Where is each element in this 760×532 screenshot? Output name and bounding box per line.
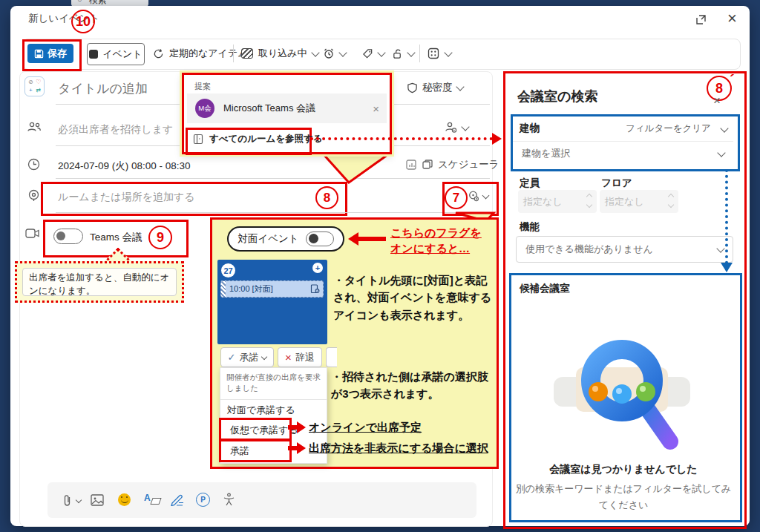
avatar: M会 — [195, 99, 214, 118]
clock-icon — [27, 158, 40, 171]
menu-item-accept-in-person[interactable]: 対面で承諾する — [220, 402, 333, 418]
location-settings-button[interactable] — [468, 190, 488, 203]
features-select[interactable]: 使用できる機能がありません — [516, 236, 733, 263]
flag-note-line1: こちらのフラグを — [390, 225, 482, 240]
chevron-down-icon — [407, 48, 415, 56]
chevron-up-icon[interactable] — [586, 194, 592, 200]
decline-button[interactable]: × 辞退 — [278, 347, 322, 367]
emoji-smile — [121, 496, 128, 503]
empty-subtitle: 別の検索キーワードまたはフィルターを試してみてください — [512, 481, 735, 513]
chevron-up-icon[interactable] — [668, 194, 674, 200]
dialog-close-icon[interactable]: × — [727, 9, 737, 28]
freebusy-icon[interactable] — [405, 159, 417, 171]
screen: ○ 検索 新しいイベント 10 × 保存 イベント 定期的なアイテム 取り込み中 — [0, 0, 760, 532]
arrow-label-hide: 出席方法を非表示にする場合に選択 — [309, 441, 488, 456]
building-label: 建物 — [520, 122, 540, 135]
calendar-event-label: 10:00 [対面] — [229, 283, 273, 295]
teams-meeting-label: Teams 会議 — [90, 231, 142, 244]
busy-status-button[interactable]: 取り込み中 — [241, 43, 318, 64]
editor-toolbar — [48, 482, 476, 518]
title-input[interactable]: タイトルの追加 — [58, 80, 148, 97]
chevron-down-icon — [482, 192, 490, 200]
dismiss-suggestion-icon[interactable]: × — [373, 102, 379, 115]
calendar-day-badge: 27 — [221, 263, 235, 278]
chevron-down-icon — [716, 244, 724, 252]
chevron-down-icon — [338, 48, 347, 56]
pop-out-icon[interactable] — [695, 13, 707, 26]
reminder-button[interactable] — [323, 43, 346, 64]
calendar-add-icon[interactable]: + — [312, 263, 323, 273]
letter-a: A — [144, 493, 151, 503]
in-person-callout: 対面イベント こちらのフラグを オンにすると… 27 + 10:00 [対面] … — [210, 217, 499, 469]
teams-meeting-toggle[interactable] — [53, 229, 83, 244]
note-invitee: ・招待された側は承諾の選択肢が3つ表示されます。 — [331, 368, 493, 403]
accept-label: 承諾 — [239, 351, 258, 364]
clear-filter-button[interactable]: フィルターをクリア — [626, 122, 727, 135]
prime-mark: ´ — [730, 72, 735, 89]
paperclip-icon — [62, 493, 72, 508]
chevron-down-icon — [456, 82, 464, 91]
optional-attendees-button[interactable] — [444, 121, 468, 134]
attendees-input[interactable]: 必須出席者を招待します — [58, 123, 173, 137]
scheduler-button[interactable]: スケジューラ — [422, 158, 499, 171]
sensitivity-label: 秘密度 — [422, 81, 453, 94]
empty-title: 会議室は見つかりませんでした — [512, 463, 735, 476]
capacity-stepper[interactable]: 指定なし — [518, 190, 597, 213]
annotation-number-9: 9 — [148, 226, 172, 249]
tentative-button-partial[interactable] — [326, 347, 337, 367]
calendar-event-chip[interactable]: 10:00 [対面] — [220, 280, 324, 298]
search-icon: ○ — [77, 0, 82, 4]
annotation-number-7: 7 — [445, 186, 468, 209]
save-button[interactable]: 保存 — [27, 44, 73, 63]
loop-component-button[interactable]: P — [196, 493, 210, 507]
in-person-toggle[interactable] — [306, 231, 334, 246]
datetime-field[interactable]: 2024-07-09 (火) 08:00 - 08:30 — [58, 160, 191, 173]
categorize-button[interactable] — [362, 43, 384, 64]
eraser-icon — [150, 498, 161, 505]
dotted-arrow-to-panel — [310, 137, 493, 140]
recurring-icon — [153, 48, 164, 59]
browse-rooms-button[interactable]: すべてのルームを参照する — [193, 133, 323, 145]
location-input[interactable]: ルームまたは場所を追加する — [58, 191, 195, 204]
search-empty-illustration — [548, 330, 696, 455]
event-icon-picker[interactable]: ⊘ ♡ + ⇄ — [24, 76, 45, 96]
capacity-label: 定員 — [520, 177, 540, 190]
building-select-value: 建物を選択 — [522, 147, 570, 160]
apps-button[interactable] — [428, 43, 451, 64]
chevron-down-icon[interactable] — [586, 202, 592, 208]
building-select[interactable]: 建物を選択 — [513, 141, 733, 165]
emoji-button[interactable] — [118, 493, 131, 506]
room-panel-close-icon[interactable]: × — [713, 93, 721, 108]
datetime-underline — [56, 178, 490, 179]
insert-image-button[interactable] — [91, 494, 104, 506]
shield-icon — [407, 82, 418, 93]
format-clear-button[interactable]: A — [144, 493, 160, 505]
sensitivity-button[interactable]: 秘密度 — [407, 81, 463, 94]
event-type-button[interactable]: イベント — [87, 43, 145, 65]
arrow-online-head — [297, 421, 306, 433]
scheduler-label: スケジューラ — [438, 158, 499, 171]
alarm-icon — [323, 47, 335, 59]
floor-value: 指定なし — [605, 195, 644, 208]
arrow-hide-head — [297, 442, 306, 454]
capacity-value: 指定なし — [523, 195, 563, 208]
accept-button[interactable]: ✓ 承諾 — [220, 347, 274, 367]
save-label: 保存 — [48, 47, 67, 60]
in-person-toggle-pill[interactable]: 対面イベント — [227, 226, 344, 252]
chevron-down-icon — [76, 496, 82, 502]
unlock-icon — [392, 48, 403, 59]
draw-button[interactable] — [169, 493, 186, 506]
private-button[interactable] — [392, 43, 414, 64]
decline-label: 辞退 — [295, 351, 315, 364]
dotted-arrow-down — [725, 169, 728, 264]
floor-stepper[interactable]: 指定なし — [600, 190, 678, 213]
chevron-down-icon — [717, 148, 725, 157]
clear-filter-label: フィルターをクリア — [626, 122, 711, 135]
teams-suggestion-label: Microsoft Teams 会議 — [223, 102, 315, 115]
attach-button[interactable] — [62, 493, 81, 508]
candidates-label: 候補会議室 — [520, 282, 570, 295]
chevron-down-icon[interactable] — [668, 202, 674, 208]
teams-suggestion-row[interactable]: M会 Microsoft Teams 会議 × — [187, 93, 387, 123]
accessibility-button[interactable] — [223, 493, 235, 506]
event-icon — [89, 50, 98, 59]
